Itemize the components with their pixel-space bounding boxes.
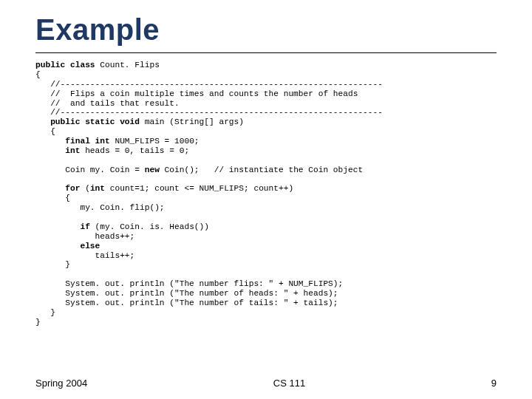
code-text: System. out. println ("The number of hea… [35,289,338,298]
code-text: { [35,194,70,202]
kw-public-class: public class [35,61,95,69]
code-text: } [35,308,55,317]
kw-new: new [145,166,160,174]
slide: Example public class Count. Flips { //--… [0,0,532,327]
footer-left: Spring 2004 [35,378,87,389]
kw-if: if [35,222,90,231]
code-text: count=1; count <= NUM_FLIPS; count++) [105,184,293,193]
code-text: NUM_FLIPS = 1000; [110,137,200,146]
code-text: ( [80,184,89,193]
title-rule [35,52,497,53]
code-text: (my. Coin. is. Heads()) [90,222,209,231]
code-text: // Flips a coin multiple times and count… [35,89,358,98]
code-text: heads++; [35,232,134,241]
kw-public-static-void: public static void [35,117,140,126]
code-block: public class Count. Flips { //----------… [35,61,497,327]
code-text: //--------------------------------------… [35,108,383,117]
code-text: { [35,127,55,136]
code-text: main (String[] args) [140,117,244,126]
code-text: System. out. println ("The number of tai… [35,299,338,307]
kw-int: int [35,146,80,155]
kw-final-int: final int [35,137,110,146]
code-text: heads = 0, tails = 0; [80,146,189,155]
kw-for: for [35,184,80,193]
code-text: { [35,70,41,79]
code-text: } [35,318,41,327]
code-text: Coin my. Coin = [35,166,145,174]
code-text: Coin(); // instantiate the Coin object [160,166,363,174]
footer-center: CS 111 [87,378,491,389]
code-text: System. out. println ("The number flips:… [35,279,343,288]
kw-int-loop: int [90,184,105,193]
kw-else: else [35,242,100,250]
code-text: } [35,260,70,269]
slide-title: Example [35,13,497,47]
footer: Spring 2004 CS 111 9 [0,378,532,389]
code-text: my. Coin. flip(); [35,203,165,212]
code-text: //--------------------------------------… [35,80,383,89]
code-text: Count. Flips [95,61,160,69]
code-text: // and tails that result. [35,99,180,108]
code-text: tails++; [35,251,134,260]
footer-page-number: 9 [491,378,497,389]
